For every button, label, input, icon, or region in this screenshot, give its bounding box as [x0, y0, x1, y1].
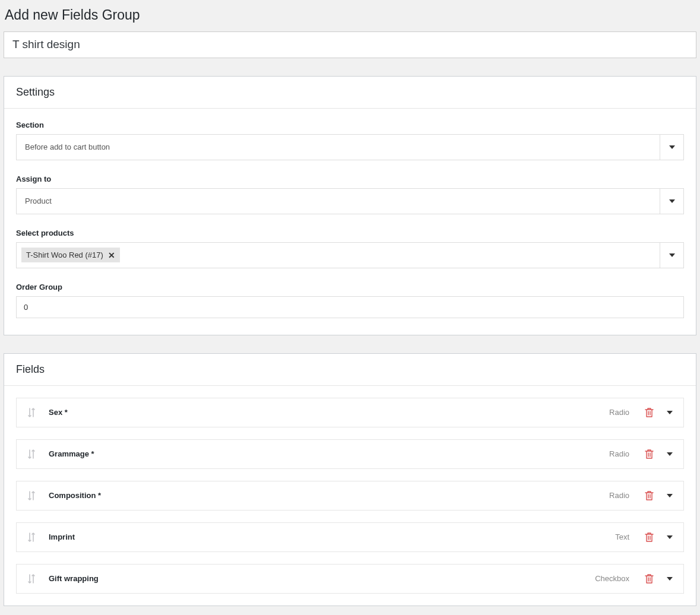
select-products-group: Select products T-Shirt Woo Red (#17) ✕	[16, 229, 684, 268]
product-tag: T-Shirt Woo Red (#17) ✕	[21, 248, 120, 262]
chevron-down-icon[interactable]	[667, 411, 673, 414]
order-label: Order Group	[16, 283, 684, 291]
select-products-label: Select products	[16, 229, 684, 237]
order-input[interactable]	[16, 296, 684, 318]
field-type: Radio	[609, 449, 629, 458]
fields-heading: Fields	[16, 363, 684, 376]
field-type: Radio	[609, 408, 629, 417]
drag-handle-icon[interactable]	[27, 408, 36, 417]
field-type: Checkbox	[595, 574, 629, 583]
assign-label: Assign to	[16, 175, 684, 183]
chevron-down-icon[interactable]	[667, 452, 673, 456]
chevron-down-icon[interactable]	[667, 494, 673, 497]
fields-panel-body: Sex * Radio Grammage * Radio	[4, 386, 696, 606]
product-tag-label: T-Shirt Woo Red (#17)	[26, 251, 103, 259]
fields-panel: Fields Sex * Radio Grammage * Radio	[4, 353, 696, 606]
field-name: Imprint	[49, 532, 615, 541]
chevron-down-icon[interactable]	[660, 189, 683, 214]
field-name: Gift wrapping	[49, 574, 595, 583]
chevron-down-icon[interactable]	[660, 243, 683, 268]
section-value: Before add to cart button	[17, 135, 660, 160]
products-select[interactable]: T-Shirt Woo Red (#17) ✕	[16, 242, 684, 268]
drag-handle-icon[interactable]	[27, 532, 36, 542]
field-name: Grammage *	[49, 449, 609, 458]
chevron-down-icon[interactable]	[667, 535, 673, 539]
trash-icon[interactable]	[645, 532, 654, 542]
field-row: Imprint Text	[16, 522, 684, 552]
drag-handle-icon[interactable]	[27, 491, 36, 500]
field-type: Text	[615, 532, 629, 541]
drag-handle-icon[interactable]	[27, 574, 36, 584]
trash-icon[interactable]	[645, 574, 654, 584]
field-row: Grammage * Radio	[16, 439, 684, 469]
group-title-input[interactable]	[4, 31, 696, 58]
field-row: Gift wrapping Checkbox	[16, 564, 684, 594]
order-group: Order Group	[16, 283, 684, 318]
settings-panel-body: Section Before add to cart button Assign…	[4, 109, 696, 335]
section-label: Section	[16, 121, 684, 129]
settings-heading: Settings	[16, 86, 684, 99]
field-row: Composition * Radio	[16, 481, 684, 511]
field-name: Sex *	[49, 408, 609, 417]
drag-handle-icon[interactable]	[27, 449, 36, 459]
trash-icon[interactable]	[645, 408, 654, 417]
settings-panel-header: Settings	[4, 77, 696, 109]
settings-panel: Settings Section Before add to cart butt…	[4, 76, 696, 335]
chevron-down-icon[interactable]	[660, 135, 683, 160]
assign-value: Product	[17, 189, 660, 214]
field-row: Sex * Radio	[16, 398, 684, 427]
assign-group: Assign to Product	[16, 175, 684, 214]
close-icon[interactable]: ✕	[108, 251, 115, 259]
section-group: Section Before add to cart button	[16, 121, 684, 160]
products-value: T-Shirt Woo Red (#17) ✕	[17, 243, 660, 268]
trash-icon[interactable]	[645, 491, 654, 500]
page-title: Add new Fields Group	[5, 7, 696, 23]
field-type: Radio	[609, 491, 629, 500]
chevron-down-icon[interactable]	[667, 577, 673, 581]
section-select[interactable]: Before add to cart button	[16, 134, 684, 160]
assign-select[interactable]: Product	[16, 188, 684, 214]
trash-icon[interactable]	[645, 449, 654, 459]
fields-panel-header: Fields	[4, 354, 696, 386]
field-name: Composition *	[49, 491, 609, 500]
